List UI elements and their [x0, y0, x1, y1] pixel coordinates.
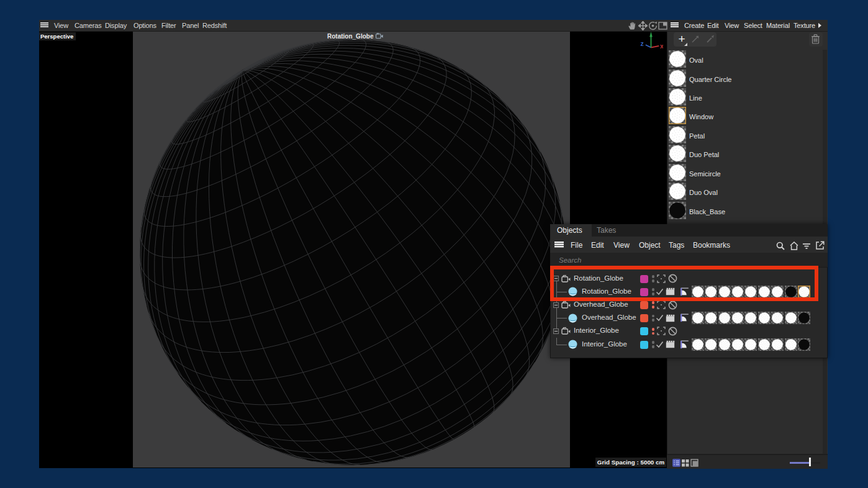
svg-text:x: x — [660, 42, 663, 50]
svg-text:z: z — [641, 40, 644, 47]
